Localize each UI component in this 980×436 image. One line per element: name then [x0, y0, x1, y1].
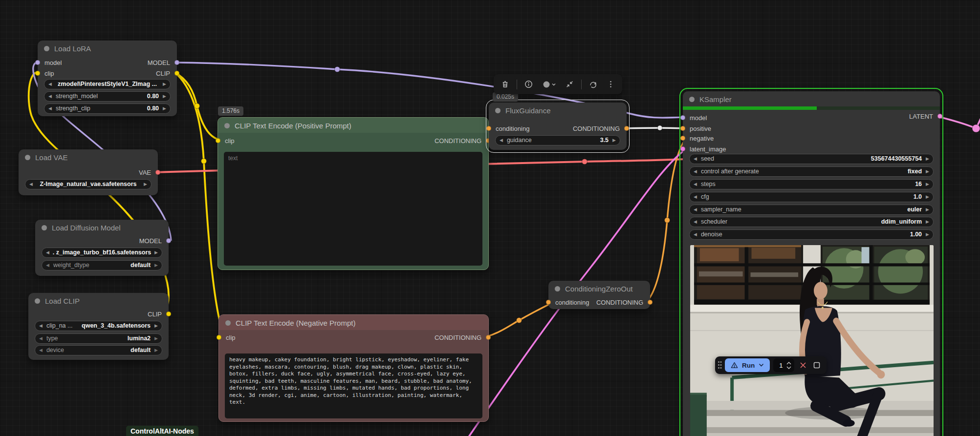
preview-image-box[interactable]: [690, 245, 934, 436]
widget-left-arrow-icon[interactable]: ◀: [46, 250, 49, 255]
node-ksampler[interactable]: KSamplermodelpositivenegativelatent_imag…: [683, 91, 940, 436]
widget-right-arrow-icon[interactable]: ▶: [926, 232, 929, 237]
widget-value[interactable]: ◀Z-Image_natural_vae.safetensors▶: [25, 179, 152, 189]
widget-left-arrow-icon[interactable]: ◀: [39, 348, 43, 353]
node-collapse-dot[interactable]: [495, 108, 501, 113]
output-slot-CLIP[interactable]: CLIP: [148, 310, 171, 318]
output-dot-VAE[interactable]: [155, 170, 160, 175]
widget-right-arrow-icon[interactable]: ▶: [154, 250, 158, 255]
widget-left-arrow-icon[interactable]: ◀: [39, 324, 43, 328]
output-dot-CLIP[interactable]: [166, 311, 171, 316]
input-dot-latent_image[interactable]: [680, 146, 685, 151]
widget-left-arrow-icon[interactable]: ◀: [48, 106, 52, 111]
output-dot-MODEL[interactable]: [166, 238, 171, 243]
widget-type[interactable]: ◀typelumina2▶: [35, 333, 162, 344]
widget-left-arrow-icon[interactable]: ◀: [694, 169, 697, 174]
output-dot-CONDITIONING[interactable]: [624, 126, 629, 131]
input-dot-clip[interactable]: [35, 71, 40, 76]
input-slot-clip[interactable]: clip: [217, 333, 236, 341]
input-slot-model[interactable]: model: [35, 59, 62, 66]
input-dot-model[interactable]: [680, 115, 685, 120]
input-slot-clip[interactable]: clip: [35, 69, 54, 77]
widget-right-arrow-icon[interactable]: ▶: [144, 182, 147, 187]
node-collapse-dot[interactable]: [224, 123, 230, 128]
output-dot-CLIP[interactable]: [174, 71, 179, 76]
widget-right-arrow-icon[interactable]: ▶: [163, 94, 166, 99]
collapse-icon[interactable]: [564, 79, 575, 90]
widget-right-arrow-icon[interactable]: ▶: [926, 169, 929, 174]
input-slot-conditioning[interactable]: conditioning: [486, 125, 529, 132]
node-graph-canvas[interactable]: Load LoRAmodelclipMODELCLIP◀zmodel\Pinte…: [0, 0, 980, 436]
output-dot-LATENT[interactable]: [937, 114, 942, 119]
info-icon[interactable]: [523, 79, 535, 90]
input-dot-clip[interactable]: [216, 138, 220, 143]
color-swatch-icon[interactable]: [541, 79, 558, 90]
input-dot-positive[interactable]: [680, 126, 685, 131]
widget-right-arrow-icon[interactable]: ▶: [154, 263, 158, 268]
node-collapse-dot[interactable]: [44, 46, 49, 51]
group-title[interactable]: ControlAltAI-Nodes: [126, 426, 198, 436]
widget-strength_model[interactable]: ◀strength_model0.80▶: [44, 91, 171, 102]
widget-left-arrow-icon[interactable]: ◀: [46, 263, 49, 268]
increment-icon[interactable]: [786, 362, 791, 365]
input-slot-latent_image[interactable]: latent_image: [680, 145, 726, 153]
widget-right-arrow-icon[interactable]: ▶: [926, 208, 929, 212]
batch-count-stepper[interactable]: 1: [773, 358, 794, 372]
widget-right-arrow-icon[interactable]: ▶: [926, 195, 929, 199]
output-slot-CONDITIONING[interactable]: CONDITIONING: [435, 137, 491, 145]
widget-right-arrow-icon[interactable]: ▶: [926, 220, 929, 224]
node-collapse-dot[interactable]: [25, 155, 30, 160]
widget-right-arrow-icon[interactable]: ▶: [154, 336, 158, 341]
widget-denoise[interactable]: ◀denoise1.00▶: [689, 229, 934, 240]
node-flux-guidance[interactable]: FluxGuidance0.025sconditioningCONDITIONI…: [489, 103, 627, 150]
node-load-vae[interactable]: Load VAEVAE◀Z-Image_natural_vae.safetens…: [19, 149, 158, 195]
widget-sampler_name[interactable]: ◀sampler_nameeuler▶: [689, 205, 934, 215]
widget-device[interactable]: ◀devicedefault▶: [35, 345, 162, 355]
widget-left-arrow-icon[interactable]: ◀: [694, 195, 697, 199]
output-slot-MODEL[interactable]: MODEL: [148, 59, 179, 66]
node-load-diffusion-model[interactable]: Load Diffusion ModelMODEL◀. z_image_turb…: [35, 220, 169, 276]
input-dot-clip[interactable]: [217, 335, 221, 340]
widget-control after generate[interactable]: ◀control after generatefixed▶: [689, 166, 934, 177]
widget-value[interactable]: ◀. z_image_turbo_bf16.safetensors▶: [42, 248, 162, 258]
widget-right-arrow-icon[interactable]: ▶: [154, 348, 158, 353]
refresh-icon[interactable]: [588, 79, 599, 90]
text-widget[interactable]: heavy makeup, cakey foundation, bright l…: [225, 353, 482, 418]
input-slot-negative[interactable]: negative: [680, 134, 714, 142]
node-conditioning-zero-out[interactable]: ConditioningZeroOutconditioningCONDITION…: [548, 281, 650, 309]
node-collapse-dot[interactable]: [689, 97, 695, 102]
widget-scheduler[interactable]: ◀schedulerddim_uniform▶: [689, 217, 934, 227]
widget-left-arrow-icon[interactable]: ◀: [694, 220, 697, 224]
widget-left-arrow-icon[interactable]: ◀: [694, 182, 697, 187]
widget-clip_na ...[interactable]: ◀clip_na ...qwen_3_4b.safetensors▶: [35, 321, 162, 331]
widget-value[interactable]: ◀zmodel\PinterestStyleV1_ZImag ...▶: [44, 79, 171, 89]
widget-right-arrow-icon[interactable]: ▶: [163, 106, 166, 111]
more-icon[interactable]: [605, 79, 616, 90]
input-dot-conditioning[interactable]: [486, 126, 491, 131]
close-icon[interactable]: [798, 362, 808, 369]
output-slot-VAE[interactable]: VAE: [139, 168, 160, 176]
node-clip-text-encode-positive[interactable]: CLIP Text Encode (Positive Prompt)1.576s…: [218, 117, 489, 270]
widget-right-arrow-icon[interactable]: ▶: [926, 182, 929, 187]
input-slot-clip[interactable]: clip: [216, 137, 235, 145]
input-dot-negative[interactable]: [680, 136, 685, 141]
node-collapse-dot[interactable]: [35, 298, 40, 304]
widget-left-arrow-icon[interactable]: ◀: [48, 94, 52, 99]
widget-left-arrow-icon[interactable]: ◀: [39, 336, 43, 341]
widget-right-arrow-icon[interactable]: ▶: [163, 82, 166, 86]
output-dot-CONDITIONING[interactable]: [648, 300, 653, 305]
widget-right-arrow-icon[interactable]: ▶: [612, 138, 616, 143]
node-load-clip[interactable]: Load CLIPCLIP◀clip_na ...qwen_3_4b.safet…: [28, 293, 169, 360]
input-dot-model[interactable]: [35, 60, 40, 65]
input-slot-positive[interactable]: positive: [680, 125, 711, 132]
output-slot-MODEL[interactable]: MODEL: [139, 237, 171, 245]
widget-strength_clip[interactable]: ◀strength_clip0.80▶: [44, 104, 171, 114]
trash-icon[interactable]: [500, 79, 511, 90]
decrement-icon[interactable]: [786, 366, 791, 369]
output-slot-CLIP[interactable]: CLIP: [156, 69, 179, 77]
output-slot-LATENT[interactable]: LATENT: [909, 112, 942, 120]
output-slot-CONDITIONING[interactable]: CONDITIONING: [573, 125, 629, 132]
node-clip-text-encode-negative[interactable]: CLIP Text Encode (Negative Prompt)clipCO…: [218, 314, 489, 422]
drag-handle-icon[interactable]: [718, 361, 721, 369]
text-widget[interactable]: text: [224, 152, 482, 266]
